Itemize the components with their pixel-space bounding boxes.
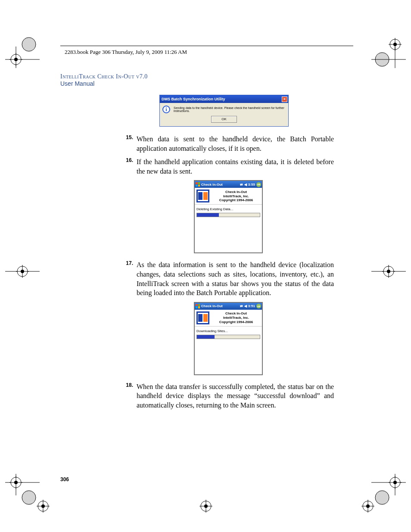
connection-icon: ⇄ <box>240 304 243 308</box>
handheld-title: Check In-Out <box>201 183 223 187</box>
crop-mark-icon <box>189 489 223 523</box>
step-number: 17. <box>123 260 137 297</box>
sync-dialog: DMS Batch Synchronization Utility × i Se… <box>159 95 289 127</box>
info-icon: i <box>162 106 170 113</box>
handheld-screenshot-downloading: Check In-Out ⇄ ◀ 3:51 ok Check In-Out In… <box>194 302 263 375</box>
dialog-titlebar: DMS Batch Synchronization Utility × <box>160 95 288 103</box>
step-number: 15. <box>123 134 137 153</box>
handheld-title: Check In-Out <box>201 304 223 308</box>
step-text: When data is sent to the handheld device… <box>137 134 334 153</box>
handheld-screenshot-deleting: Check In-Out ⇄ ◀ 3:55 ok Check In-Out In… <box>194 180 263 253</box>
crop-mark-icon <box>5 254 40 289</box>
dialog-title: DMS Batch Synchronization Utility <box>162 97 225 101</box>
progress-bar <box>196 335 260 339</box>
step-number: 18. <box>123 382 137 410</box>
svg-point-0 <box>22 37 36 51</box>
banner-text: Check In-Out IntelliTrack, Inc. Copyrigh… <box>212 190 260 202</box>
step-text: When the data transfer is successfully c… <box>137 382 334 410</box>
title-sub: User Manual <box>60 80 148 87</box>
ok-button[interactable]: OK <box>211 116 237 123</box>
connection-icon: ⇄ <box>240 183 243 187</box>
close-icon[interactable]: × <box>282 96 287 102</box>
progress-bar <box>196 213 260 217</box>
svg-point-49 <box>375 491 389 504</box>
step-text: If the handheld application contains exi… <box>137 157 334 176</box>
doc-title: IntelliTrack Check In-Out v7.0 User Manu… <box>60 73 148 87</box>
volume-icon: ◀ <box>244 304 247 308</box>
status-text: Downloading Sites... <box>195 327 262 334</box>
step-16: 16. If the handheld application contains… <box>123 157 334 176</box>
crop-mark-icon <box>371 254 406 289</box>
step-18: 18. When the data transfer is successful… <box>123 382 334 410</box>
running-header: 2283.book Page 306 Thursday, July 9, 200… <box>65 49 187 56</box>
volume-icon: ◀ <box>244 183 247 187</box>
ok-badge-icon[interactable]: ok <box>256 304 261 308</box>
clock: 3:55 <box>248 183 255 187</box>
intellitrack-logo-icon <box>196 190 209 202</box>
page-number: 306 <box>60 476 69 482</box>
ok-badge-icon[interactable]: ok <box>256 182 261 187</box>
status-text: Deleting Existing Data... <box>195 205 262 212</box>
crop-mark-icon <box>5 34 40 68</box>
clock: 3:51 <box>248 304 255 308</box>
svg-point-13 <box>375 53 389 66</box>
step-text: As the data information is sent to the h… <box>137 260 334 297</box>
windows-flag-icon <box>196 304 200 308</box>
dialog-message: Sending data to the handheld device. Ple… <box>174 106 286 112</box>
step-number: 16. <box>123 157 137 176</box>
banner-text: Check In-Out IntelliTrack, Inc. Copyrigh… <box>212 311 260 324</box>
intellitrack-logo-icon <box>196 311 209 324</box>
windows-flag-icon <box>196 182 200 187</box>
step-15: 15. When data is sent to the handheld de… <box>123 134 334 153</box>
header-rule <box>60 46 353 46</box>
crop-mark-icon <box>371 34 406 68</box>
crop-mark-icon <box>371 474 406 508</box>
crop-mark-icon <box>26 489 60 523</box>
title-main: IntelliTrack Check In-Out v7.0 <box>60 73 148 80</box>
step-17: 17. As the data information is sent to t… <box>123 260 334 297</box>
